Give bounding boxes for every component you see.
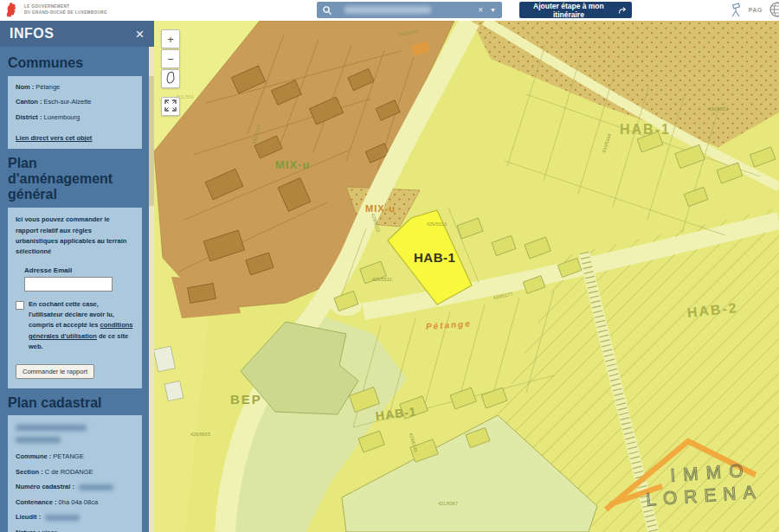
luxembourg-lion-icon bbox=[5, 2, 18, 18]
immo-lorena-watermark: IMMO LORENA bbox=[619, 442, 779, 532]
communes-heading: Communes bbox=[8, 55, 142, 71]
surveyor-tool-icon[interactable] bbox=[728, 2, 743, 18]
email-input[interactable] bbox=[24, 277, 113, 292]
field-value: Luxembourg bbox=[44, 113, 80, 121]
field-row: Canton : Esch-sur-Alzette bbox=[16, 98, 134, 107]
field-label: Canton : bbox=[16, 98, 42, 106]
infos-panel-header: INFOS × bbox=[0, 21, 154, 47]
communes-box: Nom : Pétange Canton : Esch-sur-Alzette … bbox=[8, 76, 142, 150]
order-report-button[interactable]: Commander le rapport bbox=[16, 364, 94, 379]
cadastral-heading: Plan cadastral bbox=[8, 395, 142, 411]
blurred-cadastral-line bbox=[16, 425, 87, 431]
close-panel-icon[interactable]: × bbox=[136, 27, 145, 42]
gov-title: LE GOUVERNEMENT DU GRAND-DUCHÉ DE LUXEMB… bbox=[24, 4, 107, 16]
fullscreen-button[interactable] bbox=[161, 97, 180, 116]
field-label: Numéro cadastral : bbox=[16, 483, 74, 490]
field-row: Nature : place bbox=[16, 529, 134, 532]
topbar: LE GOUVERNEMENT DU GRAND-DUCHÉ DE LUXEMB… bbox=[0, 0, 779, 21]
field-value: place bbox=[42, 529, 57, 532]
infos-panel: INFOS × Communes Nom : Pétange Canton : … bbox=[0, 21, 154, 532]
fullscreen-icon bbox=[164, 99, 177, 112]
field-row: District : Luxembourg bbox=[16, 113, 134, 123]
route-arrow-icon bbox=[618, 5, 627, 16]
field-value: Pétange bbox=[35, 83, 60, 91]
field-row: Lieudit : bbox=[16, 513, 134, 522]
gov-line1: LE GOUVERNEMENT bbox=[24, 4, 107, 10]
zoom-extent-button[interactable] bbox=[161, 69, 180, 88]
field-row: Contenance : 0ha 04a 08ca bbox=[16, 498, 134, 508]
luxembourg-outline-icon bbox=[164, 71, 177, 85]
agree-text: En cochant cette case, l'utilisateur déc… bbox=[29, 299, 134, 353]
topbar-tools: PAG bbox=[728, 1, 779, 18]
globe-icon[interactable] bbox=[769, 1, 779, 18]
direct-object-link[interactable]: Lien direct vers cet objet bbox=[16, 134, 92, 142]
field-row: Commune : PETANGE bbox=[16, 452, 134, 462]
add-route-step-button[interactable]: Ajouter étape à mon itinéraire bbox=[519, 2, 632, 18]
watermark-line2: LORENA bbox=[646, 481, 763, 510]
field-label: Section : bbox=[16, 468, 43, 476]
gov-logo: LE GOUVERNEMENT DU GRAND-DUCHÉ DE LUXEMB… bbox=[5, 2, 107, 18]
communes-fields: Nom : Pétange Canton : Esch-sur-Alzette … bbox=[16, 83, 134, 123]
map-controls: + − bbox=[161, 29, 180, 117]
agree-checkbox[interactable] bbox=[16, 301, 24, 310]
field-label: Lieudit : bbox=[16, 513, 41, 521]
pag-heading: Plan d'aménagement général bbox=[8, 156, 142, 202]
panel-title: INFOS bbox=[10, 26, 54, 42]
cadastral-box: Commune : PETANGE Section : C de RODANGE… bbox=[8, 415, 142, 532]
field-label: Nom : bbox=[16, 83, 34, 91]
zoom-in-button[interactable]: + bbox=[161, 29, 180, 48]
field-row: Section : C de RODANGE bbox=[16, 468, 134, 478]
infos-panel-body: Communes Nom : Pétange Canton : Esch-sur… bbox=[0, 47, 149, 532]
email-label: Adresse Email bbox=[24, 266, 134, 274]
scrollbar-thumb[interactable] bbox=[149, 76, 154, 206]
search-icon bbox=[322, 5, 332, 16]
field-value: PETANGE bbox=[53, 452, 83, 460]
gov-line2: DU GRAND-DUCHÉ DE LUXEMBOURG bbox=[24, 10, 107, 16]
pag-intro-text: Ici vous pouvez commander le rapport rel… bbox=[16, 215, 134, 258]
geoportal-app: LE GOUVERNEMENT DU GRAND-DUCHÉ DE LUXEMB… bbox=[0, 0, 779, 532]
watermark-line1: IMMO bbox=[670, 459, 752, 485]
field-row: Numéro cadastral : bbox=[16, 483, 134, 492]
zoom-out-button[interactable]: − bbox=[161, 49, 180, 68]
field-row: Nom : Pétange bbox=[16, 83, 134, 93]
field-label: Contenance : bbox=[16, 498, 57, 506]
search-text-blurred bbox=[344, 6, 431, 14]
pag-layer-label[interactable]: PAG bbox=[749, 7, 763, 13]
field-value: C de RODANGE bbox=[45, 468, 93, 476]
field-value: 0ha 04a 08ca bbox=[59, 498, 98, 506]
field-value: Esch-sur-Alzette bbox=[44, 98, 92, 106]
field-label: Commune : bbox=[16, 452, 51, 460]
terms-agree-row: En cochant cette case, l'utilisateur déc… bbox=[16, 299, 134, 353]
field-label: District : bbox=[16, 113, 42, 121]
cadastral-fields: Commune : PETANGE Section : C de RODANGE… bbox=[16, 452, 134, 532]
search-filter-dropdown-icon[interactable]: ▼ bbox=[490, 7, 496, 13]
blurred-cadastral-line bbox=[16, 437, 61, 443]
pag-report-box: Ici vous pouvez commander le rapport rel… bbox=[8, 208, 142, 388]
field-label: Nature : bbox=[16, 529, 40, 532]
map-canvas[interactable]: MIX-u MIX-u HAB-1 HAB-1 HAB-2 BEP HAB-1 … bbox=[154, 21, 779, 532]
add-route-step-label: Ajouter étape à mon itinéraire bbox=[525, 2, 613, 19]
sidebar-scrollbar[interactable] bbox=[149, 47, 154, 532]
search-input[interactable]: × ▼ bbox=[317, 2, 502, 18]
clear-search-icon[interactable]: × bbox=[478, 6, 483, 15]
